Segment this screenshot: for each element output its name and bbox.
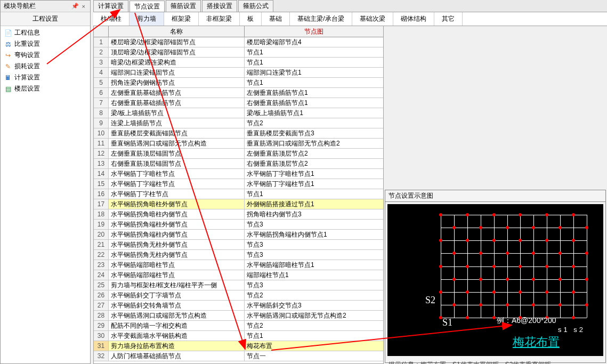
nav-item-loss-settings[interactable]: ✎ 损耗设置 xyxy=(1,61,90,72)
nav-label: 比重设置 xyxy=(14,39,40,48)
top-tabs: 计算设置 节点设置 箍筋设置 搭接设置 箍筋公式 xyxy=(93,0,607,13)
nav-item-calc-settings[interactable]: 🖩 计算设置 xyxy=(1,72,90,83)
table-row[interactable]: 3暗梁/边框梁遇连梁构造节点1 xyxy=(94,58,383,68)
table-row[interactable]: 24水平钢筋端部端柱节点端部端柱节点1 xyxy=(94,270,383,280)
row-node-img: 拐角暗柱内侧节点3 xyxy=(245,209,383,219)
row-number: 30 xyxy=(94,331,109,341)
table-row[interactable]: 27水平钢筋斜交转角墙节点水平钢筋斜交节点3 xyxy=(94,301,383,311)
table-row[interactable]: 32人防门框墙基础插筋节点节点一 xyxy=(94,351,383,361)
row-node-img: 节点1 xyxy=(245,47,383,57)
table-row[interactable]: 17水平钢筋拐角暗柱外侧节点外侧钢筋搭接通过节点1 xyxy=(94,199,383,209)
col-header-name[interactable]: 名称 xyxy=(109,26,245,37)
table-row[interactable]: 4端部洞口连梁锚固节点端部洞口连梁节点1 xyxy=(94,68,383,78)
row-node-img: 节点3 xyxy=(245,250,383,260)
row-number: 25 xyxy=(94,280,109,290)
row-number: 15 xyxy=(94,179,109,189)
row-node-img: 水平钢筋丁字端柱节点1 xyxy=(245,179,383,189)
table-body[interactable]: 1楼层暗梁/边框梁端部锚固节点楼层暗梁端部节点42顶层暗梁/边框梁端部锚固节点节… xyxy=(94,37,383,364)
row-number: 13 xyxy=(94,159,109,168)
sub-tab-slab[interactable]: 板 xyxy=(240,12,262,26)
label-s1: S1 xyxy=(442,317,452,328)
sub-tab-column[interactable]: 柱/墙柱 xyxy=(93,12,130,26)
hook-icon: ↪ xyxy=(4,51,12,60)
row-node-img: 节点2 xyxy=(245,321,383,330)
table-row[interactable]: 7右侧垂直筋基础插筋节点右侧垂直筋插筋节点1 xyxy=(94,98,383,108)
row-number: 6 xyxy=(94,88,109,98)
table-row[interactable]: 29配筋不同的墙一字相交构造节点2 xyxy=(94,321,383,331)
preview-footer: 提示信息：梅花布置，S1代表水平间距，S2代表垂直间距。 xyxy=(385,358,605,364)
row-node-img: 端部洞口连梁节点1 xyxy=(245,68,383,77)
close-icon[interactable]: × xyxy=(80,3,87,10)
tab-lap-settings[interactable]: 搭接设置 xyxy=(202,0,237,12)
table-row[interactable]: 22水平钢筋拐角无柱内侧节点节点3 xyxy=(94,250,383,260)
table-row[interactable]: 1楼层暗梁/边框梁端部锚固节点楼层暗梁端部节点4 xyxy=(94,37,383,47)
row-node-img: 节点2 xyxy=(245,290,383,300)
table-row[interactable]: 25剪力墙与框架柱/框支柱/端柱平齐一侧节点3 xyxy=(94,280,383,290)
table-row[interactable]: 15水平钢筋丁字端柱节点水平钢筋丁字端柱节点1 xyxy=(94,179,383,189)
table-row[interactable]: 21水平钢筋拐角无柱外侧节点节点3 xyxy=(94,240,383,250)
nav-label: 楼层设置 xyxy=(14,84,40,93)
table-row[interactable]: 12左侧垂直筋顶层锚固节点左侧垂直筋顶层节点2 xyxy=(94,149,383,159)
nav-item-weight-settings[interactable]: ⚖ 比重设置 xyxy=(1,38,90,50)
row-node-img: 水平钢筋丁字暗柱节点1 xyxy=(245,169,383,179)
row-name: 水平钢筋斜交丁字墙节点 xyxy=(109,290,245,300)
row-number: 20 xyxy=(94,230,109,239)
row-name: 梁/板上墙插筋节点 xyxy=(109,108,245,118)
label-example: 例：A6@200*200 xyxy=(497,316,556,326)
label-main: 梅花布置 xyxy=(513,334,560,350)
row-number: 26 xyxy=(94,290,109,300)
table-row[interactable]: 2顶层暗梁/边框梁端部锚固节点节点1 xyxy=(94,47,383,58)
table-row[interactable]: 5拐角连梁内侧钢筋节点节点1 xyxy=(94,78,383,88)
table-row[interactable]: 18水平钢筋拐角暗柱内侧节点拐角暗柱内侧节点3 xyxy=(94,209,383,220)
pin-icon[interactable]: 📌 xyxy=(70,3,80,10)
table-row[interactable]: 23水平钢筋端部暗柱节点水平钢筋端部暗柱节点1 xyxy=(94,260,383,270)
sub-tab-shearwall[interactable]: 剪力墙 xyxy=(130,12,164,26)
sub-tab-other[interactable]: 其它 xyxy=(434,12,463,26)
nav-item-hook-settings[interactable]: ↪ 弯钩设置 xyxy=(1,50,90,61)
table-row[interactable]: 19水平钢筋拐角端柱外侧节点节点3 xyxy=(94,220,383,230)
nav-list: 📄 工程信息 ⚖ 比重设置 ↪ 弯钩设置 ✎ 损耗设置 🖩 计算设置 ▤ 楼层设 xyxy=(1,26,90,95)
row-node-img: 水平钢筋遇洞口或端部无节点构造2 xyxy=(245,311,383,320)
table-row[interactable]: 28水平钢筋遇洞口或端部无节点构造水平钢筋遇洞口或端部无节点构造2 xyxy=(94,311,383,321)
nav-label: 计算设置 xyxy=(14,73,40,82)
table-row[interactable]: 13右侧垂直筋顶层锚固节点右侧垂直筋顶层节点2 xyxy=(94,159,383,169)
sub-tab-foundation-main-beam[interactable]: 基础主梁/承台梁 xyxy=(290,12,352,26)
table-row[interactable]: 20水平钢筋拐角端柱内侧节点水平钢筋拐角端柱内侧节点1 xyxy=(94,230,383,240)
table-row[interactable]: 30水平变截面墙水平钢筋构造节点1 xyxy=(94,331,383,341)
row-node-img: 左侧垂直筋插筋节点1 xyxy=(245,88,383,98)
preview-canvas: S2 S1 例：A6@200*200 s1 s2 梅花布置 xyxy=(387,204,603,356)
table-row[interactable]: 11垂直钢筋遇洞口或端部无节点构造垂直筋遇洞口或端部无节点构造2 xyxy=(94,139,383,149)
sub-tab-foundation[interactable]: 基础 xyxy=(262,12,290,26)
table-row[interactable]: 9连梁上墙插筋节点节点2 xyxy=(94,118,383,128)
sidebar-title-bar: 模块导航栏 📌 × xyxy=(1,1,90,12)
table-row[interactable]: 31剪力墙身拉筋布置构造梅花布置 xyxy=(94,341,383,351)
nav-label: 弯钩设置 xyxy=(14,51,40,60)
row-name: 水平钢筋丁字端柱节点 xyxy=(109,179,245,189)
tab-calc-settings[interactable]: 计算设置 xyxy=(93,0,128,12)
app-root: 模块导航栏 📌 × 工程设置 📄 工程信息 ⚖ 比重设置 ↪ 弯钩设置 ✎ 损耗… xyxy=(0,0,607,364)
sub-tab-masonry[interactable]: 砌体结构 xyxy=(393,12,434,26)
table-row[interactable]: 8梁/板上墙插筋节点梁/板上墙插筋节点1 xyxy=(94,108,383,118)
nav-item-project-info[interactable]: 📄 工程信息 xyxy=(1,27,90,38)
table-row[interactable]: 26水平钢筋斜交丁字墙节点节点2 xyxy=(94,290,383,301)
sidebar-title-text: 模块导航栏 xyxy=(4,2,36,11)
row-name: 剪力墙与框架柱/框支柱/端柱平齐一侧 xyxy=(109,280,245,290)
col-header-nodeimg[interactable]: 节点图 xyxy=(245,26,383,37)
sub-tab-foundation-sec-beam[interactable]: 基础次梁 xyxy=(352,12,393,26)
tab-node-settings[interactable]: 节点设置 xyxy=(130,1,165,13)
row-number: 14 xyxy=(94,169,109,179)
row-node-img: 梁/板上墙插筋节点1 xyxy=(245,108,383,118)
sub-tab-nonframe-beam[interactable]: 非框架梁 xyxy=(199,12,240,26)
row-node-img: 节点1 xyxy=(245,78,383,87)
row-node-img: 节点2 xyxy=(245,118,383,128)
row-name: 水平钢筋斜交转角墙节点 xyxy=(109,301,245,310)
tab-stirrup-formula[interactable]: 箍筋公式 xyxy=(238,0,273,12)
table-row[interactable]: 14水平钢筋丁字暗柱节点水平钢筋丁字暗柱节点1 xyxy=(94,169,383,179)
table-row[interactable]: 10垂直筋楼层变截面锚固节点垂直筋楼层变截面节点3 xyxy=(94,128,383,139)
scale-icon: ⚖ xyxy=(4,40,12,48)
sub-tab-frame-beam[interactable]: 框架梁 xyxy=(164,12,199,26)
table-row[interactable]: 6左侧垂直筋基础插筋节点左侧垂直筋插筋节点1 xyxy=(94,88,383,98)
nav-item-floor-settings[interactable]: ▤ 楼层设置 xyxy=(1,83,90,94)
tab-stirrup-settings[interactable]: 箍筋设置 xyxy=(166,0,201,12)
table-row[interactable]: 16水平钢筋丁字柱节点节点1 xyxy=(94,189,383,199)
